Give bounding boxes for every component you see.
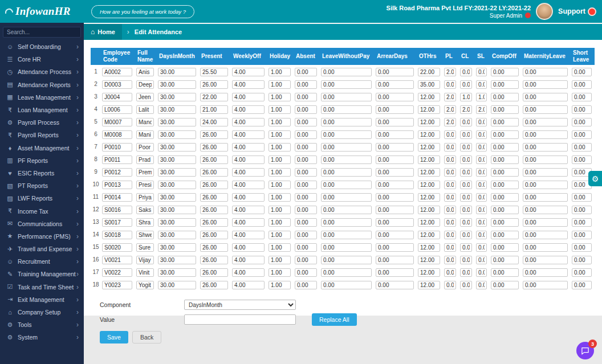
cell-weekly-off-input[interactable] [232, 268, 265, 277]
cell-weekly-off-input[interactable] [232, 193, 265, 202]
cell-present-input[interactable] [200, 68, 228, 76]
cell-maternity-leave-input[interactable] [523, 80, 568, 89]
cell-sl-input[interactable] [476, 243, 487, 252]
cell-ot-hrs-input[interactable] [418, 130, 440, 139]
cell-present-input[interactable] [200, 268, 228, 277]
cell-holiday-input[interactable] [269, 268, 291, 277]
cell-present-input[interactable] [200, 93, 228, 101]
sidebar-item-loan-management[interactable]: ₹Loan Management› [0, 104, 84, 116]
cell-holiday-input[interactable] [269, 218, 291, 227]
cell-days-in-month-input[interactable] [158, 130, 196, 139]
cell-comp-off-input[interactable] [491, 68, 519, 76]
cell-days-in-month-input[interactable] [158, 206, 196, 214]
cell-cl-input[interactable] [460, 256, 472, 264]
mood-check-button[interactable]: How are you feeling at work today ? [91, 5, 194, 18]
cell-comp-off-input[interactable] [491, 143, 519, 152]
cell-cl-input[interactable] [460, 143, 472, 152]
cell-short-leave-input[interactable] [572, 268, 592, 277]
sidebar-item-attendance-reports[interactable]: ▤Attendance Reports› [0, 79, 84, 91]
cell-maternity-leave-input[interactable] [523, 156, 568, 164]
cell-leave-without-pay-input[interactable] [321, 181, 372, 189]
cell-maternity-leave-input[interactable] [523, 130, 568, 139]
cell-weekly-off-input[interactable] [232, 168, 265, 177]
cell-arrear-days-input[interactable] [376, 143, 414, 152]
app-logo[interactable]: InfowanHR [0, 5, 86, 18]
cell-days-in-month-input[interactable] [158, 143, 196, 152]
cell-present-input[interactable] [200, 193, 228, 202]
cell-days-in-month-input[interactable] [158, 231, 196, 239]
cell-sl-input[interactable] [476, 105, 487, 114]
cell-pl-input[interactable] [444, 193, 456, 202]
cell-arrear-days-input[interactable] [376, 93, 414, 101]
cell-holiday-input[interactable] [269, 206, 291, 214]
cell-absent-input[interactable] [295, 118, 317, 126]
cell-present-input[interactable] [200, 156, 228, 164]
cell-ot-hrs-input[interactable] [418, 281, 440, 289]
cell-present-input[interactable] [200, 243, 228, 252]
cell-ot-hrs-input[interactable] [418, 168, 440, 177]
cell-pl-input[interactable] [444, 143, 456, 152]
cell-absent-input[interactable] [295, 181, 317, 189]
cell-full-name-input[interactable] [136, 80, 154, 89]
cell-leave-without-pay-input[interactable] [321, 68, 372, 76]
cell-full-name-input[interactable] [136, 181, 154, 189]
cell-leave-without-pay-input[interactable] [321, 268, 372, 277]
cell-short-leave-input[interactable] [572, 256, 592, 264]
cell-comp-off-input[interactable] [491, 218, 519, 227]
cell-employee-code-input[interactable] [102, 218, 132, 227]
cell-weekly-off-input[interactable] [232, 130, 265, 139]
cell-pl-input[interactable] [444, 130, 456, 139]
cell-days-in-month-input[interactable] [158, 156, 196, 164]
cell-cl-input[interactable] [460, 206, 472, 214]
cell-sl-input[interactable] [476, 268, 487, 277]
cell-pl-input[interactable] [444, 243, 456, 252]
cell-weekly-off-input[interactable] [232, 118, 265, 126]
cell-maternity-leave-input[interactable] [523, 143, 568, 152]
cell-comp-off-input[interactable] [491, 105, 519, 114]
cell-cl-input[interactable] [460, 80, 472, 89]
cell-cl-input[interactable] [460, 168, 472, 177]
cell-present-input[interactable] [200, 130, 228, 139]
cell-days-in-month-input[interactable] [158, 256, 196, 264]
sidebar-item-esic-reports[interactable]: ♥ESIC Reports› [0, 167, 84, 179]
cell-employee-code-input[interactable] [102, 105, 132, 114]
cell-weekly-off-input[interactable] [232, 243, 265, 252]
cell-holiday-input[interactable] [269, 281, 291, 289]
cell-short-leave-input[interactable] [572, 130, 592, 139]
cell-present-input[interactable] [200, 181, 228, 189]
cell-leave-without-pay-input[interactable] [321, 206, 372, 214]
cell-days-in-month-input[interactable] [158, 243, 196, 252]
cell-arrear-days-input[interactable] [376, 193, 414, 202]
cell-full-name-input[interactable] [136, 118, 154, 126]
cell-short-leave-input[interactable] [572, 231, 592, 239]
cell-holiday-input[interactable] [269, 118, 291, 126]
cell-employee-code-input[interactable] [102, 80, 132, 89]
cell-pl-input[interactable] [444, 80, 456, 89]
cell-holiday-input[interactable] [269, 156, 291, 164]
cell-ot-hrs-input[interactable] [418, 268, 440, 277]
cell-holiday-input[interactable] [269, 130, 291, 139]
cell-short-leave-input[interactable] [572, 281, 592, 289]
cell-employee-code-input[interactable] [102, 206, 132, 214]
cell-holiday-input[interactable] [269, 143, 291, 152]
cell-cl-input[interactable] [460, 193, 472, 202]
cell-ot-hrs-input[interactable] [418, 105, 440, 114]
cell-holiday-input[interactable] [269, 68, 291, 76]
cell-pl-input[interactable] [444, 181, 456, 189]
cell-maternity-leave-input[interactable] [523, 243, 568, 252]
cell-maternity-leave-input[interactable] [523, 268, 568, 277]
cell-weekly-off-input[interactable] [232, 68, 265, 76]
cell-comp-off-input[interactable] [491, 130, 519, 139]
cell-weekly-off-input[interactable] [232, 231, 265, 239]
cell-days-in-month-input[interactable] [158, 268, 196, 277]
cell-present-input[interactable] [200, 231, 228, 239]
cell-leave-without-pay-input[interactable] [321, 156, 372, 164]
cell-pl-input[interactable] [444, 268, 456, 277]
cell-maternity-leave-input[interactable] [523, 93, 568, 101]
cell-present-input[interactable] [200, 256, 228, 264]
cell-maternity-leave-input[interactable] [523, 181, 568, 189]
cell-absent-input[interactable] [295, 256, 317, 264]
cell-employee-code-input[interactable] [102, 181, 132, 189]
cell-cl-input[interactable] [460, 181, 472, 189]
cell-maternity-leave-input[interactable] [523, 105, 568, 114]
